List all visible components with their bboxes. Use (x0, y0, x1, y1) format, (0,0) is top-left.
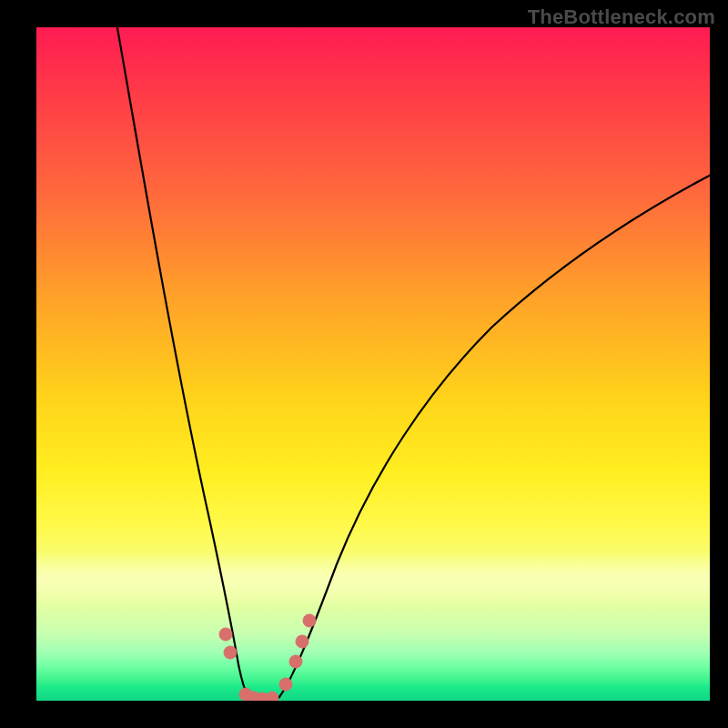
marker-dot (303, 614, 316, 627)
curve-right-branch (278, 173, 710, 698)
bottleneck-curve (36, 27, 710, 701)
marker-dot (219, 628, 232, 641)
marker-dot (279, 678, 292, 691)
marker-dot (266, 692, 278, 701)
plot-area (36, 27, 710, 701)
marker-dot (296, 635, 308, 648)
valley-markers (219, 614, 316, 701)
chart-frame: TheBottleneck.com (0, 0, 728, 728)
watermark-text: TheBottleneck.com (528, 5, 715, 29)
curve-left-branch (116, 27, 249, 698)
marker-dot (224, 646, 237, 659)
marker-dot (289, 655, 302, 668)
